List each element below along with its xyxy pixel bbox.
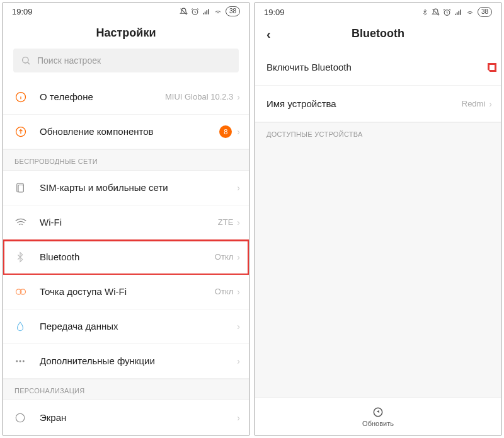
more-icon [14,355,40,367]
row-label: О телефоне [40,91,165,102]
chevron-right-icon: › [237,413,240,423]
status-bar: 19:09 38 [255,3,501,21]
update-badge: 8 [219,125,232,138]
row-label: Экран [40,412,237,423]
row-wifi[interactable]: Wi-Fi ZTE › [3,205,249,240]
phone-settings: 19:09 38 Настройки Поиск настроек [3,3,249,435]
alarm-icon [443,8,451,16]
wifi-icon [14,216,40,229]
chevron-right-icon: › [237,321,240,331]
refresh-button[interactable]: Обновить [255,397,501,435]
search-icon [21,55,31,66]
row-label: Имя устройства [266,98,462,109]
battery-indicator: 38 [478,7,492,17]
status-time: 19:09 [12,7,33,16]
status-bar: 19:09 38 [3,3,249,20]
row-value: ZTE [218,217,234,227]
row-sim[interactable]: SIM-карты и мобильные сети › [3,171,249,205]
row-label: Передача данных [40,321,237,331]
refresh-icon [372,406,384,418]
chevron-right-icon: › [237,127,240,137]
wifi-icon [466,8,474,16]
svg-point-9 [20,360,21,362]
signal-icon [454,8,462,16]
row-value: Откл [215,252,234,262]
row-updates[interactable]: Обновление компонентов 8 › [3,115,249,149]
row-value: Redmi [462,99,486,108]
bluetooth-icon [421,8,428,16]
row-data-usage[interactable]: Передача данных › [3,309,249,344]
section-personalization: ПЕРСОНАЛИЗАЦИЯ [3,379,249,400]
chevron-right-icon: › [237,356,240,366]
phone-bluetooth: 19:09 38 ‹ Bluetooth Включить Bluetooth [255,3,501,435]
row-label: SIM-карты и мобильные сети [40,182,237,193]
hotspot-icon [14,285,40,298]
update-icon [14,125,40,138]
row-label: Bluetooth [40,251,215,262]
refresh-label: Обновить [362,420,394,427]
back-button[interactable]: ‹ [266,27,271,42]
title-text: Bluetooth [352,27,404,40]
sim-icon [14,182,40,193]
chevron-right-icon: › [237,92,240,102]
toggle-highlight [490,65,495,70]
svg-rect-5 [18,185,23,192]
data-icon [14,321,40,332]
row-label: Дополнительные функции [40,355,237,366]
row-device-name[interactable]: Имя устройства Redmi › [255,86,501,122]
status-time: 19:09 [264,8,285,17]
chevron-right-icon: › [237,252,240,262]
row-value: Откл [215,287,234,296]
section-available: ДОСТУПНЫЕ УСТРОЙСТВА [255,122,501,143]
svg-point-8 [16,360,18,362]
search-placeholder: Поиск настроек [37,55,101,66]
page-title: ‹ Bluetooth [255,21,501,49]
row-label: Включить Bluetooth [266,62,490,72]
svg-point-10 [23,360,25,362]
bluetooth-icon [14,251,40,263]
chevron-right-icon: › [237,183,240,193]
wifi-icon [214,8,222,16]
page-title: Настройки [3,20,249,49]
bell-off-icon [180,8,188,16]
chevron-right-icon: › [237,287,240,297]
status-icons: 38 [421,7,492,17]
chevron-right-icon: › [489,99,492,109]
row-label: Обновление компонентов [40,126,219,137]
status-icons: 38 [180,6,240,16]
row-enable-bluetooth[interactable]: Включить Bluetooth [255,49,501,86]
row-about-phone[interactable]: О телефоне MIUI Global 10.2.3 › [3,80,249,115]
row-more[interactable]: Дополнительные функции › [3,344,249,379]
bell-off-icon [432,8,440,16]
row-display[interactable]: Экран › [3,400,249,435]
signal-icon [202,8,210,16]
display-icon [14,412,40,424]
svg-point-1 [23,57,28,62]
svg-point-11 [16,413,25,422]
available-devices-area [255,143,501,397]
row-bluetooth[interactable]: Bluetooth Откл › [3,240,249,275]
alarm-icon [191,8,199,16]
battery-indicator: 38 [226,6,240,16]
search-input[interactable]: Поиск настроек [13,49,239,72]
chevron-right-icon: › [237,217,240,228]
row-label: Точка доступа Wi-Fi [40,286,215,297]
row-label: Wi-Fi [40,217,218,228]
section-wireless: БЕСПРОВОДНЫЕ СЕТИ [3,149,249,171]
row-hotspot[interactable]: Точка доступа Wi-Fi Откл › [3,275,249,309]
info-icon [14,91,40,103]
row-value: MIUI Global 10.2.3 [165,92,233,101]
